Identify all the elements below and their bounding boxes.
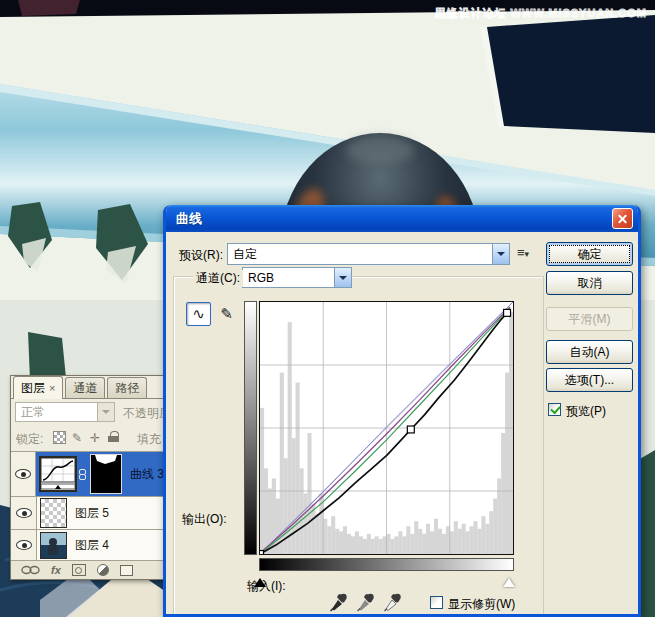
eye-icon[interactable]	[15, 469, 31, 479]
close-icon[interactable]	[612, 208, 633, 229]
lock-label: 锁定:	[16, 431, 43, 448]
panel-bottom-bar: fx	[11, 560, 164, 579]
layers-panel: 图层 × 通道 路径 正常 不透明度 锁定: ✎ ✛	[10, 375, 165, 580]
new-layer-icon[interactable]	[120, 565, 133, 576]
panel-tabs: 图层 × 通道 路径	[11, 376, 164, 399]
output-gradient-bar	[244, 301, 257, 555]
layer-name[interactable]: 曲线 3	[130, 466, 164, 483]
layer-thumbnail-transparent[interactable]	[40, 498, 67, 528]
lock-position-icon[interactable]: ✛	[90, 431, 103, 444]
gray-point-eyedropper-icon[interactable]	[356, 591, 376, 613]
site-watermark: 思缘设计论坛 WWW.MISSYUAN.COM	[435, 6, 647, 21]
lock-image-brush-icon[interactable]: ✎	[72, 431, 85, 444]
mask-link-icon	[79, 469, 87, 480]
layer-row-curves3[interactable]: 曲线 3	[11, 452, 164, 497]
tab-paths-label: 路径	[115, 380, 139, 397]
curves-plot[interactable]	[259, 301, 514, 555]
smooth-button[interactable]: 平滑(M)	[546, 307, 633, 331]
lock-all-icon[interactable]	[108, 431, 121, 444]
layer-effects-icon[interactable]: fx	[51, 564, 61, 576]
channel-label: 通道(C):	[193, 270, 243, 287]
tab-paths[interactable]: 路径	[107, 377, 147, 398]
preset-label: 预设(R):	[179, 247, 223, 264]
preview-checkbox[interactable]	[548, 403, 561, 416]
visibility-cell[interactable]	[11, 497, 37, 529]
curves-dialog: 曲线 预设(R): 自定 ≡▾ 确定 取消 平滑(M) 自动(A) 选项(T).…	[163, 205, 641, 617]
auto-button[interactable]: 自动(A)	[546, 340, 633, 364]
show-clipping-checkbox[interactable]	[430, 596, 443, 609]
layer-name[interactable]: 图层 5	[75, 505, 109, 522]
tab-layers[interactable]: 图层 ×	[13, 376, 63, 399]
tab-close-icon[interactable]: ×	[49, 382, 55, 394]
curve-point-tool-icon[interactable]: ∿	[186, 302, 211, 326]
adjustment-layer-icon[interactable]	[97, 564, 109, 576]
channel-select[interactable]: RGB	[242, 267, 352, 288]
layer-name[interactable]: 图层 4	[75, 537, 109, 554]
cancel-button[interactable]: 取消	[546, 271, 633, 295]
tab-channels[interactable]: 通道	[65, 377, 105, 398]
pencil-tool-icon[interactable]: ✎	[214, 302, 239, 326]
chevron-down-icon[interactable]	[334, 268, 351, 287]
show-clipping-label: 显示修剪(W)	[448, 596, 515, 613]
blend-mode-value: 正常	[21, 404, 45, 421]
lock-row: 锁定: ✎ ✛ 填充	[11, 425, 164, 452]
white-point-eyedropper-icon[interactable]	[383, 591, 403, 613]
ok-button-label: 确定	[578, 246, 602, 263]
auto-button-label: 自动(A)	[570, 344, 610, 361]
layer-row-layer4[interactable]: 图层 4	[11, 530, 164, 560]
chevron-down-icon[interactable]	[492, 244, 509, 264]
smooth-button-label: 平滑(M)	[569, 311, 611, 328]
fill-label: 填充	[137, 431, 161, 448]
link-layers-icon[interactable]	[21, 565, 40, 575]
options-button[interactable]: 选项(T)...	[546, 368, 633, 392]
tab-layers-label: 图层	[21, 380, 45, 397]
dialog-titlebar[interactable]: 曲线	[166, 205, 638, 232]
preview-label: 预览(P)	[566, 403, 606, 420]
layer-row-layer5[interactable]: 图层 5	[11, 497, 164, 530]
preset-select[interactable]: 自定	[227, 243, 510, 265]
tab-channels-label: 通道	[73, 380, 97, 397]
input-gradient-bar	[259, 558, 514, 571]
white-point-slider[interactable]	[503, 572, 515, 587]
output-label: 输出(O):	[182, 511, 227, 528]
visibility-cell[interactable]	[11, 452, 36, 496]
screenshot-stage: 思缘设计论坛 WWW.MISSYUAN.COM 图层 × 通道 路径 正常 不透…	[0, 0, 655, 617]
layer-thumbnail-image[interactable]	[40, 532, 67, 559]
blend-mode-row: 正常 不透明度	[11, 399, 164, 425]
eye-icon[interactable]	[16, 508, 32, 518]
dialog-title: 曲线	[176, 210, 202, 228]
add-mask-icon[interactable]	[72, 564, 86, 576]
input-label: 输入(I):	[247, 578, 286, 595]
options-button-label: 选项(T)...	[565, 372, 614, 389]
ok-button[interactable]: 确定	[546, 242, 633, 266]
eye-icon[interactable]	[16, 540, 32, 550]
chevron-down-icon[interactable]	[97, 403, 114, 421]
cancel-button-label: 取消	[578, 275, 602, 292]
preset-value: 自定	[233, 246, 257, 263]
layer-mask-thumbnail[interactable]	[90, 454, 122, 494]
channel-value: RGB	[248, 271, 274, 285]
visibility-cell[interactable]	[11, 530, 37, 560]
black-point-eyedropper-icon[interactable]	[329, 591, 349, 613]
curves-adjustment-thumbnail[interactable]	[39, 456, 77, 492]
blend-mode-select[interactable]: 正常	[15, 402, 115, 422]
preset-options-icon[interactable]: ≡▾	[517, 245, 529, 260]
lock-transparency-icon[interactable]	[53, 431, 66, 444]
opacity-label: 不透明度	[123, 405, 165, 422]
